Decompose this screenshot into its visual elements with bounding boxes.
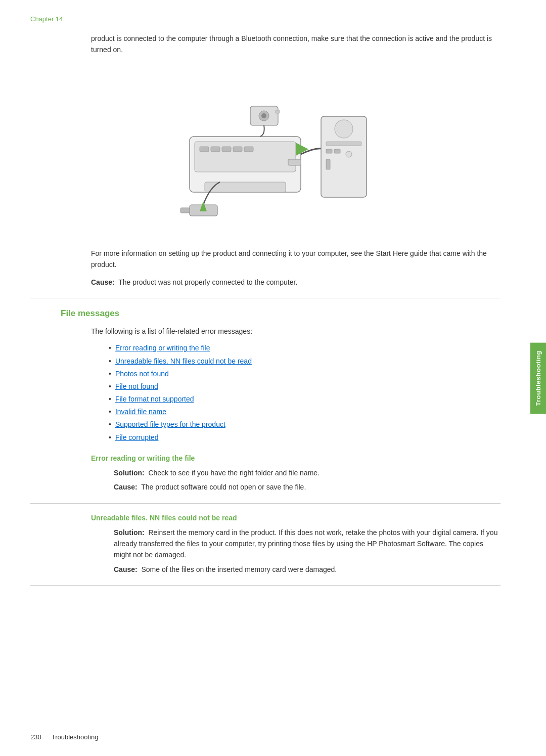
svg-rect-8	[288, 159, 301, 165]
error-reading-cause: Cause: The product software could not op…	[114, 481, 500, 493]
svg-rect-12	[326, 142, 361, 146]
divider-2	[30, 503, 500, 504]
unreadable-files-heading: Unreadable files. NN files could not be …	[91, 514, 500, 522]
link-file-not-found[interactable]: File not found	[115, 380, 158, 393]
cause-text-1: The product was not properly connected t…	[118, 278, 297, 286]
error-reading-heading: Error reading or writing the file	[91, 454, 500, 462]
list-item: Invalid file name	[109, 406, 500, 418]
page-number: 230	[30, 733, 41, 741]
svg-rect-3	[211, 147, 220, 152]
list-item: Supported file types for the product	[109, 418, 500, 431]
svg-rect-4	[222, 147, 231, 152]
solution-label-2: Solution:	[114, 528, 145, 537]
svg-rect-5	[233, 147, 242, 152]
solution-text-1: Check to see if you have the right folde…	[148, 469, 320, 477]
divider-3	[30, 585, 500, 586]
footer-label: Troubleshooting	[52, 733, 99, 741]
link-supported-file-types[interactable]: Supported file types for the product	[115, 418, 225, 431]
intro-paragraph-2: For more information on setting up the p…	[91, 248, 500, 271]
cause-label-2: Cause:	[114, 483, 138, 491]
link-photos-not-found[interactable]: Photos not found	[115, 368, 169, 380]
link-error-reading[interactable]: Error reading or writing the file	[115, 342, 210, 354]
intro-paragraph-1: product is connected to the computer thr…	[91, 33, 500, 56]
list-item: File format not supported	[109, 393, 500, 406]
list-item: Unreadable files. NN files could not be …	[109, 355, 500, 368]
page-footer: 230 Troubleshooting	[0, 728, 128, 746]
svg-point-22	[261, 113, 266, 118]
chapter-label: Chapter 14	[30, 15, 500, 23]
file-messages-heading: File messages	[61, 308, 500, 319]
cause-text-3: Some of the files on the inserted memory…	[141, 565, 337, 573]
side-troubleshooting-tab: Troubleshooting	[530, 342, 546, 414]
svg-rect-13	[326, 149, 332, 153]
svg-rect-14	[334, 149, 340, 153]
svg-rect-23	[276, 110, 280, 113]
cause-text-2: The product software could not open or s…	[141, 483, 306, 491]
file-messages-intro: The following is a list of file-related …	[91, 326, 500, 337]
list-item: File not found	[109, 380, 500, 393]
list-item: Error reading or writing the file	[109, 342, 500, 354]
svg-rect-2	[200, 147, 209, 152]
unreadable-cause: Cause: Some of the files on the inserted…	[114, 564, 500, 575]
svg-rect-1	[195, 142, 296, 172]
link-file-format-not-supported[interactable]: File format not supported	[115, 393, 194, 406]
link-unreadable-files[interactable]: Unreadable files. NN files could not be …	[115, 355, 252, 368]
cause-label-1: Cause:	[91, 278, 115, 286]
link-invalid-file-name[interactable]: Invalid file name	[115, 406, 166, 418]
svg-point-11	[335, 120, 353, 138]
unreadable-solution: Solution: Reinsert the memory card in th…	[114, 527, 500, 561]
error-reading-solution: Solution: Check to see if you have the r…	[114, 467, 500, 478]
list-item: File corrupted	[109, 431, 500, 444]
svg-rect-6	[244, 147, 253, 152]
product-illustration	[30, 71, 500, 233]
list-item: Photos not found	[109, 368, 500, 380]
cause-label-3: Cause:	[114, 565, 138, 573]
cause-line-1: Cause: The product was not properly conn…	[91, 277, 500, 288]
svg-rect-16	[326, 159, 330, 169]
link-file-corrupted[interactable]: File corrupted	[115, 431, 159, 444]
solution-label-1: Solution:	[114, 469, 145, 477]
svg-point-15	[346, 151, 352, 157]
svg-rect-18	[180, 208, 190, 213]
divider-1	[30, 298, 500, 298]
file-messages-list: Error reading or writing the file Unread…	[109, 342, 500, 444]
solution-text-2: Reinsert the memory card in the product.…	[114, 528, 497, 559]
